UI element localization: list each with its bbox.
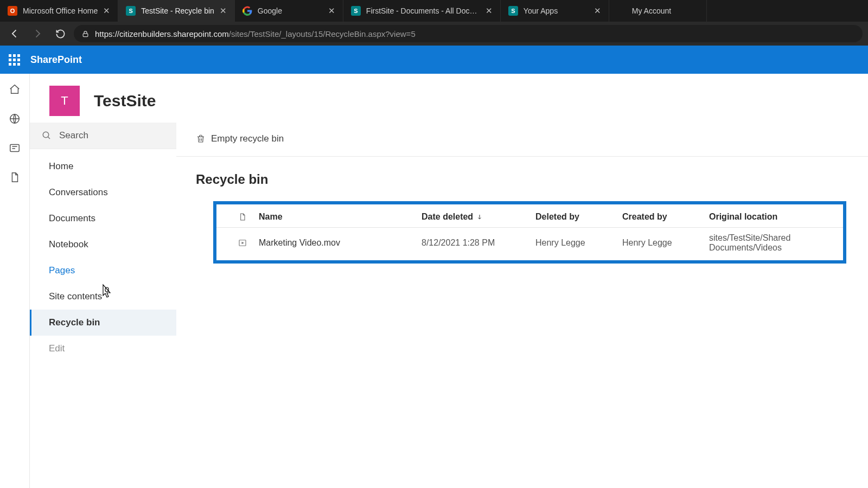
tab-title: FirstSite - Documents - All Docu… [366, 7, 480, 15]
close-icon[interactable]: ✕ [594, 6, 601, 16]
close-icon[interactable]: ✕ [328, 6, 335, 16]
tab-testsite-recyclebin[interactable]: S TestSite - Recycle bin ✕ [118, 0, 235, 22]
left-nav: Search Home Conversations Documents Note… [30, 123, 176, 488]
tab-my-account[interactable]: My Account [609, 0, 707, 22]
col-created-by[interactable]: Created by [622, 212, 709, 222]
recycle-bin-grid: Name Date deleted Deleted b [216, 207, 843, 258]
file-icon[interactable] [9, 171, 21, 183]
site-name[interactable]: TestSite [94, 92, 156, 110]
nav-conversations[interactable]: Conversations [30, 179, 176, 206]
tab-title: TestSite - Recycle bin [141, 7, 214, 15]
annotation-box: Name Date deleted Deleted b [213, 201, 846, 264]
nav-documents[interactable]: Documents [30, 206, 176, 232]
nav-home[interactable]: Home [30, 153, 176, 179]
cell-deleted-by: Henry Legge [535, 238, 622, 248]
grid-header: Name Date deleted Deleted b [216, 207, 843, 228]
empty-label: Empty recycle bin [211, 133, 284, 144]
col-deleted-by[interactable]: Deleted by [535, 212, 622, 222]
nav-site-contents[interactable]: Site contents [30, 284, 176, 310]
news-icon[interactable] [9, 142, 21, 154]
browser-tab-bar: O Microsoft Office Home ✕ S TestSite - R… [0, 0, 868, 22]
tab-title: Your Apps [524, 7, 589, 15]
close-icon[interactable]: ✕ [103, 6, 110, 16]
sharepoint-icon: S [351, 6, 361, 16]
tab-title: Microsoft Office Home [23, 7, 98, 15]
home-icon[interactable] [9, 84, 21, 95]
close-icon[interactable]: ✕ [486, 6, 493, 16]
sharepoint-icon: S [126, 6, 136, 16]
app-rail [0, 74, 30, 488]
tab-title: My Account [632, 7, 699, 15]
google-icon [242, 6, 252, 16]
search-box[interactable]: Search [30, 123, 176, 149]
nav-notebook[interactable]: Notebook [30, 232, 176, 258]
suite-header: SharePoint [0, 46, 868, 74]
tab-google[interactable]: Google ✕ [235, 0, 343, 22]
trash-icon [196, 134, 206, 144]
col-date-deleted[interactable]: Date deleted [422, 212, 535, 222]
tab-office-home[interactable]: O Microsoft Office Home ✕ [0, 0, 118, 22]
tab-title: Google [258, 7, 323, 15]
nav-pages[interactable]: Pages [30, 258, 176, 284]
app-launcher-icon[interactable] [3, 49, 25, 70]
search-icon [42, 131, 52, 140]
cell-name: Marketing Video.mov [259, 238, 422, 248]
cell-original-location: sites/TestSite/Shared Documents/Videos [709, 233, 833, 253]
sharepoint-icon: S [508, 6, 518, 16]
cell-date-deleted: 8/12/2021 1:28 PM [422, 238, 535, 248]
command-bar: Empty recycle bin [176, 125, 868, 153]
microsoft-icon [617, 6, 627, 16]
forward-button[interactable] [28, 24, 47, 43]
globe-icon[interactable] [9, 113, 21, 125]
video-file-icon [226, 238, 259, 248]
address-bar-row: https://citizenbuilders.sharepoint.com/s… [0, 22, 868, 46]
lock-icon [81, 30, 90, 38]
product-name[interactable]: SharePoint [30, 54, 82, 66]
svg-point-3 [43, 132, 49, 138]
cell-created-by: Henry Legge [622, 238, 709, 248]
site-avatar: T [49, 86, 80, 116]
col-icon[interactable] [226, 213, 259, 221]
back-button[interactable] [5, 24, 24, 43]
svg-rect-0 [83, 33, 88, 36]
table-row[interactable]: Marketing Video.mov 8/12/2021 1:28 PM He… [216, 228, 843, 258]
empty-recycle-bin-button[interactable]: Empty recycle bin [196, 133, 284, 144]
col-original-location[interactable]: Original location [709, 212, 833, 222]
tab-firstsite-docs[interactable]: S FirstSite - Documents - All Docu… ✕ [343, 0, 501, 22]
reload-button[interactable] [51, 24, 69, 43]
nav-recycle-bin[interactable]: Recycle bin [30, 310, 176, 336]
close-icon[interactable]: ✕ [220, 6, 227, 16]
sort-desc-icon [476, 214, 483, 220]
url-text: https://citizenbuilders.sharepoint.com/s… [95, 29, 416, 38]
nav-edit[interactable]: Edit [30, 336, 176, 362]
page-title: Recycle bin [176, 157, 868, 191]
address-bar[interactable]: https://citizenbuilders.sharepoint.com/s… [74, 25, 863, 42]
office-icon: O [8, 6, 17, 16]
tab-your-apps[interactable]: S Your Apps ✕ [501, 0, 609, 22]
site-header: T TestSite [30, 74, 868, 123]
col-name[interactable]: Name [259, 212, 422, 222]
search-placeholder: Search [59, 130, 88, 141]
svg-rect-2 [10, 145, 20, 152]
